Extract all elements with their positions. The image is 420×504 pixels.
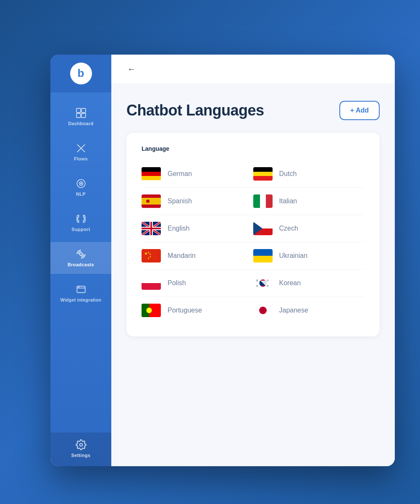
back-button[interactable]: ← <box>124 62 139 77</box>
support-icon <box>76 213 87 224</box>
widget-icon <box>76 284 87 295</box>
svg-rect-32 <box>253 167 273 172</box>
broadcasts-icon <box>76 249 87 260</box>
settings-label: Settings <box>71 453 91 458</box>
main-content: ← Chatbot Languages + Add Language <box>111 55 395 466</box>
logo-letter: b <box>78 68 84 79</box>
language-row-italian: Italian <box>253 188 365 215</box>
language-name-czech: Czech <box>279 225 298 232</box>
languages-card: Language <box>126 133 380 336</box>
flag-czech <box>253 222 273 235</box>
svg-point-6 <box>80 183 81 184</box>
svg-rect-0 <box>76 108 81 113</box>
left-column: German Spanish <box>142 160 253 324</box>
sidebar-item-dashboard[interactable]: Dashboard <box>50 101 111 133</box>
svg-point-9 <box>79 287 79 287</box>
language-row-portuguese: Portuguese <box>142 297 253 324</box>
language-row-spanish: Spanish <box>142 188 253 215</box>
nlp-icon <box>76 178 87 189</box>
svg-rect-2 <box>76 113 81 118</box>
flag-dutch <box>253 167 273 181</box>
logo-circle: b <box>70 63 92 84</box>
language-name-italian: Italian <box>279 197 297 205</box>
svg-rect-10 <box>142 167 161 172</box>
sidebar: b Dashboard Flows <box>50 55 111 466</box>
svg-rect-41 <box>253 249 273 256</box>
dashboard-icon <box>76 108 87 118</box>
language-name-dutch: Dutch <box>279 170 297 178</box>
language-name-english: English <box>168 225 189 232</box>
svg-rect-12 <box>142 176 161 180</box>
flag-mandarin: ★ ★ ★ ★ ★ <box>142 249 161 262</box>
content-area: Chatbot Languages + Add Language <box>111 84 395 466</box>
sidebar-nav: Dashboard Flows NLP <box>50 92 111 309</box>
settings-icon <box>76 439 87 450</box>
flag-spanish <box>142 194 161 208</box>
top-bar: ← <box>111 55 395 84</box>
flag-portuguese <box>142 304 161 317</box>
svg-rect-3 <box>81 113 86 118</box>
app-window: b Dashboard Flows <box>50 55 395 466</box>
broadcasts-label: Broadcasts <box>68 262 94 267</box>
flows-icon <box>76 143 87 154</box>
language-row-mandarin: ★ ★ ★ ★ ★ Mandarin <box>142 242 253 270</box>
sidebar-item-broadcasts[interactable]: Broadcasts <box>50 242 111 274</box>
svg-rect-33 <box>253 172 273 176</box>
svg-point-31 <box>146 307 152 313</box>
flag-korean: ☰ ☷ ☵ ☲ <box>253 276 273 290</box>
language-row-dutch: Dutch <box>253 160 365 188</box>
sidebar-item-nlp[interactable]: NLP <box>50 171 111 203</box>
svg-text:★: ★ <box>147 257 150 260</box>
svg-rect-14 <box>142 198 161 205</box>
languages-grid: German Spanish <box>142 160 365 324</box>
sidebar-logo: b <box>50 55 111 92</box>
language-name-spanish: Spanish <box>168 197 192 205</box>
language-row-english: English <box>142 215 253 242</box>
language-row-japanese: Japanese <box>253 297 365 324</box>
flag-ukrainian <box>253 249 273 262</box>
svg-rect-20 <box>142 228 161 229</box>
widget-label: Widget integration <box>60 297 101 302</box>
language-row-korean: ☰ ☷ ☵ ☲ Korean <box>253 270 365 297</box>
svg-point-7 <box>79 253 82 256</box>
language-name-mandarin: Mandarin <box>168 252 196 260</box>
svg-rect-36 <box>260 194 266 208</box>
flag-german <box>142 167 161 181</box>
language-name-ukrainian: Ukrainian <box>279 252 308 260</box>
svg-rect-35 <box>253 194 260 208</box>
sidebar-item-widget-integration[interactable]: Widget integration <box>50 277 111 309</box>
svg-rect-28 <box>142 283 161 290</box>
language-row-german: German <box>142 160 253 188</box>
nlp-label: NLP <box>76 192 86 197</box>
add-language-button[interactable]: + Add <box>339 101 380 120</box>
sidebar-item-support[interactable]: Support <box>50 207 111 239</box>
page-header: Chatbot Languages + Add <box>126 101 380 120</box>
language-name-polish: Polish <box>168 279 186 287</box>
language-name-japanese: Japanese <box>279 307 308 314</box>
svg-rect-8 <box>77 286 85 292</box>
flag-italian <box>253 194 273 208</box>
language-row-polish: Polish <box>142 270 253 297</box>
language-row-czech: Czech <box>253 215 365 242</box>
flag-english <box>142 222 161 235</box>
svg-point-15 <box>146 200 150 203</box>
svg-rect-37 <box>266 194 273 208</box>
language-name-portuguese: Portuguese <box>168 307 202 314</box>
svg-rect-34 <box>253 176 273 181</box>
sidebar-item-flows[interactable]: Flows <box>50 136 111 168</box>
right-column: Dutch Italian <box>253 160 365 324</box>
language-name-korean: Korean <box>279 279 301 287</box>
dashboard-label: Dashboard <box>68 121 93 126</box>
column-header: Language <box>142 145 365 152</box>
svg-rect-11 <box>142 172 161 176</box>
outer-background: b Dashboard Flows <box>0 0 420 504</box>
svg-rect-1 <box>81 108 86 113</box>
flag-japanese <box>253 304 273 317</box>
svg-rect-27 <box>142 276 161 283</box>
sidebar-item-settings[interactable]: Settings <box>50 433 111 466</box>
svg-rect-42 <box>253 256 273 262</box>
language-name-german: German <box>168 170 192 178</box>
svg-point-50 <box>259 307 267 314</box>
flag-polish <box>142 276 161 290</box>
flows-label: Flows <box>74 156 88 161</box>
